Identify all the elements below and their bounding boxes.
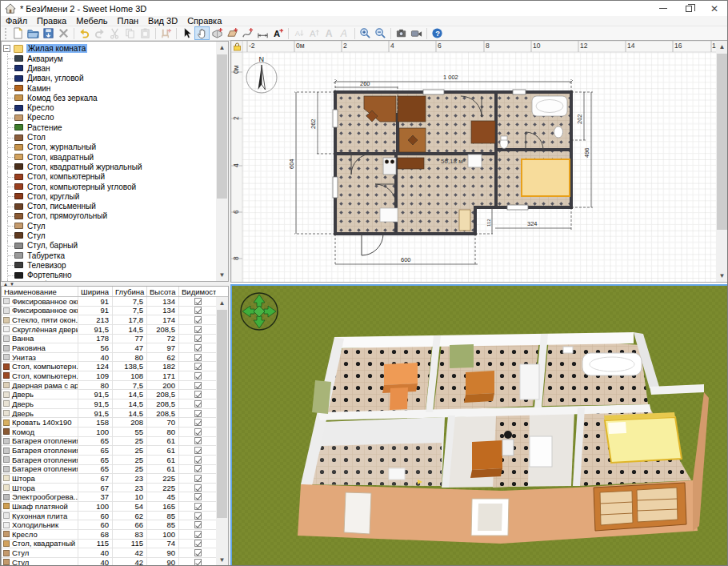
plan-canvas[interactable]: -2 0м 2 4 6 8 10 12 14 16 18 0м 2 4 6	[231, 41, 717, 283]
furniture-row[interactable]: Стул404290	[2, 548, 216, 558]
catalog-item[interactable]: Стул	[3, 221, 215, 231]
furniture-row[interactable]: Шкаф платяной10054165	[2, 502, 216, 512]
navigation-compass[interactable]	[241, 293, 278, 330]
furniture-table-scrollbar[interactable]: ▲ ▼	[216, 297, 228, 566]
visibility-checkbox[interactable]	[194, 531, 202, 538]
pan-tool-button[interactable]	[194, 26, 210, 40]
visibility-checkbox[interactable]	[194, 475, 202, 482]
scroll-up-icon[interactable]: ▲	[216, 297, 228, 309]
scrollbar-thumb[interactable]	[217, 54, 227, 199]
preferences-button[interactable]	[56, 26, 71, 40]
catalog-item[interactable]: Фортепьяно	[3, 271, 215, 280]
visibility-checkbox[interactable]	[194, 307, 202, 314]
plan-2d-panel[interactable]: -2 0м 2 4 6 8 10 12 14 16 18 0м 2 4 6	[230, 40, 728, 283]
scroll-up-icon[interactable]: ▲	[716, 41, 728, 53]
furniture-row[interactable]: Фиксированное окно917,5134	[2, 307, 216, 316]
visibility-checkbox[interactable]	[194, 372, 202, 379]
catalog-item[interactable]: Стул	[3, 231, 215, 240]
menu-help[interactable]: Справка	[182, 16, 226, 26]
furniture-row[interactable]: Кровать 140x19015820870	[2, 418, 216, 428]
catalog-item[interactable]: Камин	[3, 83, 215, 93]
collapse-expander-icon[interactable]: −	[3, 45, 10, 52]
catalog-item[interactable]: Стул, барный	[3, 241, 215, 251]
visibility-checkbox[interactable]	[194, 335, 202, 342]
create-rooms-button[interactable]	[225, 26, 240, 40]
catalog-item[interactable]: Кресло	[3, 102, 215, 112]
furniture-row[interactable]: Батарея отопления652561	[2, 465, 216, 475]
catalog-item[interactable]: Диван	[3, 63, 215, 73]
catalog-item[interactable]: Стол	[3, 132, 215, 142]
furniture-row[interactable]: Унитаз408062	[2, 353, 216, 363]
create-video-button[interactable]	[409, 26, 424, 40]
furniture-row[interactable]: Кухонная плита606285	[2, 512, 216, 521]
catalog-scrollbar[interactable]: ▲ ▼	[216, 42, 228, 281]
visibility-checkbox[interactable]	[194, 549, 202, 556]
column-name[interactable]: Наименование	[2, 287, 78, 296]
column-height[interactable]: Высота	[147, 287, 179, 296]
zoom-in-button[interactable]	[358, 26, 373, 40]
paste-button[interactable]	[138, 26, 153, 40]
scroll-down-icon[interactable]: ▼	[216, 269, 228, 281]
italic-button[interactable]: A	[337, 26, 352, 40]
catalog-item[interactable]: Стол, круглый	[3, 191, 215, 201]
visibility-checkbox[interactable]	[194, 391, 202, 398]
visibility-checkbox[interactable]	[194, 326, 202, 333]
furniture-row[interactable]: Штора6723225	[2, 474, 216, 484]
catalog-item[interactable]: Стол, письменный	[3, 201, 215, 211]
scrollbar-thumb[interactable]	[217, 310, 227, 518]
furniture-row[interactable]: Батарея отопления652561	[2, 446, 216, 456]
select-tool-button[interactable]	[179, 26, 194, 40]
visibility-checkbox[interactable]	[194, 559, 202, 566]
catalog-item[interactable]: Стол, журнальный	[3, 143, 215, 152]
catalog-item[interactable]: Аквариум	[3, 54, 215, 63]
minimize-button[interactable]	[650, 1, 676, 16]
undo-button[interactable]	[77, 26, 92, 40]
visibility-checkbox[interactable]	[194, 493, 202, 500]
visibility-checkbox[interactable]	[194, 410, 202, 417]
column-width[interactable]: Ширина	[78, 287, 113, 296]
decrease-text-size-button[interactable]: A	[291, 26, 306, 40]
visibility-checkbox[interactable]	[194, 465, 202, 472]
visibility-checkbox[interactable]	[194, 363, 202, 370]
copy-button[interactable]	[122, 26, 138, 40]
visibility-checkbox[interactable]	[194, 437, 202, 444]
catalog-item[interactable]: Кресло	[3, 113, 215, 122]
bold-button[interactable]: A	[322, 26, 337, 40]
visibility-checkbox[interactable]	[194, 428, 202, 436]
add-furniture-button[interactable]	[158, 26, 174, 40]
add-text-button[interactable]: A	[270, 26, 286, 40]
scrollbar-thumb[interactable]	[717, 54, 727, 230]
furniture-row[interactable]: Дверь91,514,5208,5	[2, 390, 216, 399]
view-3d-panel[interactable]	[230, 284, 728, 566]
column-depth[interactable]: Глубина	[113, 287, 147, 296]
furniture-row[interactable]: Кресло6883100	[2, 530, 216, 540]
furniture-row[interactable]: Стол, компьютерн...124138,5182	[2, 362, 216, 371]
new-document-button[interactable]	[10, 26, 26, 40]
catalog-item[interactable]: Стол, компьютерный угловой	[3, 182, 215, 191]
catalog-item[interactable]: Стол, квадратный журнальный	[3, 162, 215, 171]
menu-plan[interactable]: План	[113, 16, 144, 26]
furniture-row[interactable]: Комод1005580	[2, 428, 216, 437]
visibility-checkbox[interactable]	[194, 344, 202, 351]
furniture-row[interactable]: Дверная рама с ар...807,5200	[2, 381, 216, 391]
create-walls-button[interactable]	[210, 26, 225, 40]
visibility-checkbox[interactable]	[194, 456, 202, 464]
catalog-item[interactable]: Стол, квадратный	[3, 152, 215, 162]
visibility-checkbox[interactable]	[194, 484, 202, 492]
menu-furniture[interactable]: Мебель	[71, 16, 112, 26]
catalog-item[interactable]: Стол, компьютерный	[3, 172, 215, 182]
open-button[interactable]	[26, 26, 41, 40]
catalog-item[interactable]: Диван, угловой	[3, 74, 215, 83]
visibility-checkbox[interactable]	[194, 419, 202, 426]
furniture-row[interactable]: Холодильник606685	[2, 520, 216, 530]
furniture-row[interactable]: Дверь91,514,5208,5	[2, 399, 216, 409]
furniture-row[interactable]: Стол, квадратный11511574	[2, 540, 216, 549]
increase-text-size-button[interactable]: A	[306, 26, 322, 40]
plan-scrollbar[interactable]: ▲ ▼	[716, 41, 728, 282]
furniture-row[interactable]: Фиксированное окно917,5134	[2, 297, 216, 307]
furniture-row[interactable]: Раковина564797	[2, 343, 216, 353]
visibility-checkbox[interactable]	[194, 400, 202, 407]
furniture-row[interactable]: Дверь91,514,5208,5	[2, 409, 216, 419]
furniture-row[interactable]: Стол, компьютерн...109108171	[2, 371, 216, 381]
menu-file[interactable]: Файл	[1, 16, 32, 26]
